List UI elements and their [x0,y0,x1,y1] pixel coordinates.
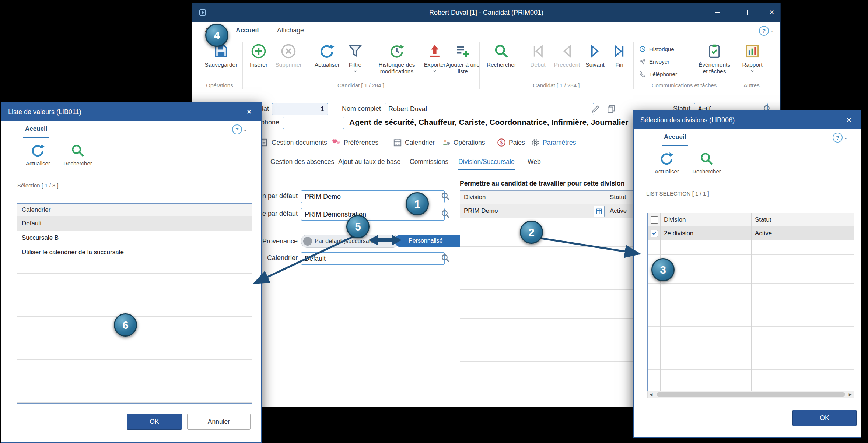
evenements-button[interactable]: Événements et tâches [696,43,733,75]
minimize-button[interactable] [709,3,726,22]
actualiser-button[interactable]: Actualiser [312,43,342,68]
envoyer-button[interactable]: Envoyer [639,56,669,67]
col-calendrier[interactable]: Calendrier [17,206,50,214]
ok-button[interactable]: OK [792,410,857,426]
cell-statut: Active [755,230,772,237]
refresh-icon [31,143,45,158]
row-checkbox-checked[interactable] [651,230,658,237]
dollar-icon [497,138,506,147]
close-button[interactable]: ✕ [841,111,857,129]
tab-gestion-documents[interactable]: Gestion documents [259,134,327,151]
suivant-button[interactable]: Suivant [584,43,606,68]
toggle-par-defaut[interactable]: Par défaut (succursale) [301,235,399,248]
selection-divisions-titlebar[interactable]: Sélection des divisions (LIB006) ✕ [634,111,861,129]
historique-label: Historique [649,46,674,52]
ok-label: OK [820,414,829,422]
horizontal-scrollbar[interactable]: ◀ ▶ [647,391,854,398]
col-statut[interactable]: Statut [610,194,626,201]
telephone-field[interactable] [283,117,344,129]
rapport-button[interactable]: Rapport [738,43,767,73]
edit-pencil-icon[interactable] [591,104,601,114]
table-row-succursale-b[interactable]: Succursale B [17,231,252,245]
previous-icon [559,43,575,59]
toggle-par-defaut-label: Par défaut (succursale) [315,238,375,245]
annuler-button[interactable]: Annuler [187,414,251,430]
select-all-checkbox[interactable] [651,216,658,224]
precedent-button[interactable]: Précédent [550,43,584,68]
help-button[interactable]: ?⌄ [232,124,247,134]
ajouter-liste-button[interactable]: Ajouter à une liste [443,43,483,75]
annotation-badge-5: 5 [346,215,370,238]
col-division[interactable]: Division [664,216,686,224]
supprimer-button[interactable]: Supprimer [273,43,304,68]
cell-calendrier: Default [17,220,42,227]
help-button[interactable]: ?⌄ [759,26,774,36]
check-icon [651,230,657,236]
close-button[interactable]: ✕ [241,103,257,121]
tab-paies[interactable]: Paies [497,134,525,151]
table-row[interactable]: 2e division Active [648,226,854,241]
grid-picker-button[interactable] [594,206,605,217]
envoyer-label: Envoyer [649,59,669,65]
debut-button[interactable]: Début [526,43,550,68]
tab-operations[interactable]: Opérations [441,134,485,151]
inserer-button[interactable]: Insérer [245,43,272,68]
maximize-button[interactable] [736,3,753,22]
telephoner-button[interactable]: Téléphoner [639,69,677,79]
nom-complet-value: Robert Duval [388,105,427,113]
close-button[interactable]: ✕ [763,3,780,22]
search-icon[interactable] [441,191,450,201]
subtab-gestion-absences[interactable]: Gestion des absences [270,154,334,169]
nom-complet-field[interactable]: Robert Duval [385,103,594,115]
subtab-commissions[interactable]: Commissions [410,154,448,169]
tab-affichage[interactable]: Affichage [275,22,306,39]
table-row-utiliser-calendrier[interactable]: Utiliser le calendrier de la succursale [17,245,252,260]
filtre-label: Filtre [349,61,361,68]
help-icon: ? [759,26,769,36]
scrollbar-thumb[interactable] [657,392,845,397]
tab-accueil[interactable]: Accueil [23,121,49,138]
ribbon-divider [633,42,634,89]
fin-button[interactable]: Fin [608,43,631,68]
tab-parametres[interactable]: Paramètres [531,134,576,151]
calendrier-field[interactable]: Default [301,252,445,265]
historique-button[interactable]: Historique [639,44,674,54]
col-statut[interactable]: Statut [755,216,771,224]
candidat-field[interactable]: 1 [272,103,328,115]
tab-preferences[interactable]: Préférences [332,134,378,151]
historique-modifications-button[interactable]: Historique des modifications [371,43,422,75]
copy-icon[interactable] [606,104,616,114]
search-icon[interactable] [441,209,450,219]
rechercher-button[interactable]: Rechercher [59,143,97,167]
subtab-division-succursale[interactable]: Division/Succursale [458,154,515,170]
annotation-badge-4: 4 [205,24,228,47]
subtab-web[interactable]: Web [528,154,541,169]
col-division[interactable]: Division [460,194,486,201]
sauvegarder-button[interactable]: Sauvegarder [202,43,240,68]
skip-start-icon [530,43,546,59]
tab-label: Calendrier [405,139,435,147]
tab-accueil[interactable]: Accueil [234,22,261,40]
search-icon[interactable] [441,253,450,263]
ribbon-divider [732,151,732,190]
filter-icon [347,43,363,59]
subtab-ajout-taux[interactable]: Ajout au taux de base [338,154,400,169]
tab-calendrier[interactable]: Calendrier [393,134,435,151]
scroll-left-icon[interactable]: ◀ [648,392,654,397]
main-titlebar[interactable]: Robert Duval [1] - Candidat (PRIM001) ✕ [192,3,780,22]
scroll-right-icon[interactable]: ▶ [847,392,854,397]
column-divider [130,204,130,403]
help-button[interactable]: ?⌄ [833,133,848,143]
tab-accueil[interactable]: Accueil [662,129,688,146]
rechercher-button[interactable]: Rechercher [484,43,519,68]
liste-valeurs-titlebar[interactable]: Liste de valeurs (LIB011) ✕ [1,103,261,121]
actualiser-button[interactable]: Actualiser [20,143,56,167]
ok-button[interactable]: OK [127,414,182,430]
table-row-default[interactable]: Default [17,216,252,231]
filtre-button[interactable]: Filtre [343,43,367,73]
rechercher-button[interactable]: Rechercher [687,151,726,175]
suivant-label: Suivant [585,61,605,68]
actualiser-button[interactable]: Actualiser [649,151,685,175]
rapport-label: Rapport [742,61,762,68]
actualiser-label: Actualiser [315,61,340,68]
